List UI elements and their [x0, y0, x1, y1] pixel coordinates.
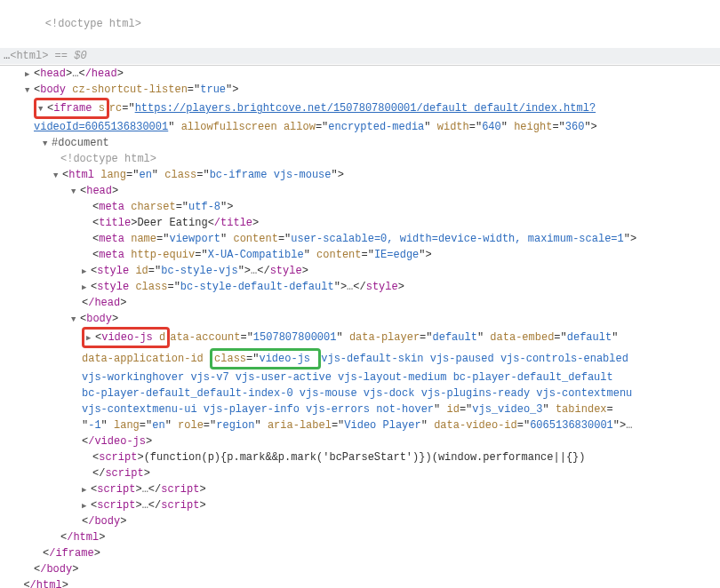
highlight-box-iframe: <iframe s [34, 98, 109, 119]
node-script-2[interactable]: <script>…</script> [0, 481, 720, 497]
node-inner-body-close[interactable]: </body> [0, 513, 720, 529]
node-head-outer[interactable]: <head>…</head> [0, 66, 720, 82]
node-style-default[interactable]: <style class="bc-style-default-default">… [0, 279, 720, 295]
node-video-js-l2: data-application-id class="video-js vjs-… [0, 348, 720, 369]
node-inner-head-close[interactable]: </head> [0, 295, 720, 311]
node-html-selected[interactable]: …<html> == $0 [0, 48, 720, 64]
highlight-box-videojs: <video-js d [82, 327, 170, 348]
disclosure-none [36, 16, 45, 32]
node-iframe-cont: videoId=6065136830001" allowfullscreen a… [0, 119, 720, 135]
node-video-js-l5: vjs-contextmenu-ui vjs-player-info vjs-e… [0, 401, 720, 417]
node-html-close[interactable]: </html> [0, 577, 720, 588]
node-video-js-close[interactable]: </video-js> [0, 433, 720, 449]
highlight-box-class: class="video-js [210, 348, 321, 369]
node-video-js[interactable]: <video-js data-account="1507807800001" d… [0, 327, 720, 348]
devtools-elements-panel: <!doctype html> …<html> == $0 <head>…</h… [0, 0, 720, 588]
node-doctype[interactable]: <!doctype html> [0, 0, 720, 48]
node-inner-doctype[interactable]: <!doctype html> [0, 151, 720, 167]
node-script-3[interactable]: <script>…</script> [0, 497, 720, 513]
node-meta-charset[interactable]: <meta charset="utf-8"> [0, 199, 720, 215]
node-video-js-l4: bc-player-default_default-index-0 vjs-mo… [0, 385, 720, 401]
iframe-src-link[interactable]: https://players.brightcove.net/150780780… [135, 102, 596, 115]
disclosure-triangle[interactable] [43, 135, 52, 151]
disclosure-triangle[interactable] [82, 481, 91, 497]
node-meta-xua[interactable]: <meta http-equiv="X-UA-Compatible" conte… [0, 247, 720, 263]
node-script-inline[interactable]: <script>(function(p){p.mark&&p.mark('bcP… [0, 449, 720, 465]
node-meta-viewport[interactable]: <meta name="viewport" content="user-scal… [0, 231, 720, 247]
node-video-js-l3: vjs-workinghover vjs-v7 vjs-user-active … [0, 369, 720, 385]
node-iframe-close[interactable]: </iframe> [0, 545, 720, 561]
node-inner-head[interactable]: <head> [0, 183, 720, 199]
disclosure-triangle[interactable] [82, 497, 91, 513]
node-body-outer-close[interactable]: </body> [0, 561, 720, 577]
disclosure-triangle[interactable] [25, 82, 34, 98]
node-title[interactable]: <title>Deer Eating</title> [0, 215, 720, 231]
disclosure-triangle[interactable] [82, 263, 91, 279]
disclosure-triangle[interactable] [53, 167, 62, 183]
node-video-js-l6: "-1" lang="en" role="region" aria-label=… [0, 417, 720, 433]
node-document[interactable]: #document [0, 135, 720, 151]
disclosure-triangle[interactable] [71, 183, 80, 199]
node-inner-html[interactable]: <html lang="en" class="bc-iframe vjs-mou… [0, 167, 720, 183]
node-inner-html-close[interactable]: </html> [0, 529, 720, 545]
disclosure-triangle[interactable] [82, 279, 91, 295]
iframe-src-link-cont[interactable]: videoId=6065136830001 [34, 121, 168, 133]
node-script-inline-close: </script> [0, 465, 720, 481]
disclosure-triangle[interactable] [38, 100, 47, 116]
disclosure-triangle[interactable] [86, 330, 95, 346]
disclosure-triangle[interactable] [71, 311, 80, 327]
node-inner-body[interactable]: <body> [0, 311, 720, 327]
node-style-vjs[interactable]: <style id="bc-style-vjs">…</style> [0, 263, 720, 279]
node-iframe[interactable]: <iframe src="https://players.brightcove.… [0, 98, 720, 119]
node-body-outer[interactable]: <body cz-shortcut-listen="true"> [0, 82, 720, 98]
disclosure-triangle[interactable] [25, 66, 34, 82]
